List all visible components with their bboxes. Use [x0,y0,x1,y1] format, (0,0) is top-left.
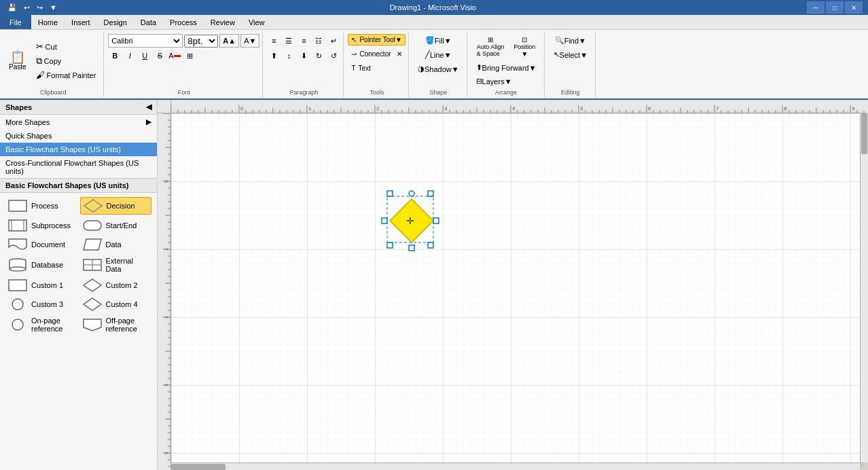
canvas-area[interactable]: ✛ [158,100,868,470]
align-right-btn[interactable]: ≡ [297,34,310,48]
shape-item-database[interactable]: Database [5,255,77,274]
copy-label: Copy [44,57,62,65]
shadow-label: Shadow [424,65,452,73]
shape-item-document[interactable]: Document [5,236,77,253]
shapes-grid: Process Decision Subprocess [0,193,157,338]
shape-item-custom1[interactable]: Custom 1 [5,277,77,293]
text-color-btn[interactable]: A [168,49,181,62]
minimize-btn[interactable]: ─ [807,1,825,14]
strikethrough-btn[interactable]: S [153,49,166,62]
arrange-items: ⊞ Auto Align& Space ⊡ Position ▼ ⬆ Bring… [471,34,541,88]
home-menu[interactable]: Home [31,15,65,29]
font-size-select[interactable]: 8pt. [184,35,218,48]
quick-shapes-nav[interactable]: Quick Shapes [0,129,157,143]
shape-item-decision[interactable]: Decision [80,197,152,215]
custom2-shape-icon [83,278,102,292]
shape-item-custom3[interactable]: Custom 3 [5,296,77,312]
offpage-label: Off-page reference [106,317,149,333]
shape-item-external-data[interactable]: External Data [80,255,152,274]
shape-item-subprocess[interactable]: Subprocess [5,217,77,234]
basic-flowchart-nav[interactable]: Basic Flowchart Shapes (US units) [0,143,157,156]
more-qa-btn[interactable]: ▼ [48,3,59,12]
format-painter-btn[interactable]: 🖌 Format Painter [31,69,101,82]
layers-btn[interactable]: ⊟ Layers ▼ [471,75,517,88]
shape-item-custom2[interactable]: Custom 2 [80,277,152,293]
shadow-btn[interactable]: ◑ Shadow ▼ [413,62,464,75]
shape-item-offpage[interactable]: Off-page reference [80,315,152,334]
file-menu[interactable]: File [0,15,31,29]
vertical-scrollbar[interactable] [860,113,868,463]
align-left-btn[interactable]: ≡ [267,34,281,48]
quick-access-toolbar[interactable]: 💾 ↩ ↪ ▼ [5,3,59,12]
editing-items: 🔍 Find ▼ ↖ Select ▼ [549,34,592,88]
process-menu[interactable]: Process [163,15,204,29]
font-expand-btn[interactable]: ⊞ [183,49,196,62]
connector-btn[interactable]: ⤻ Connector ✕ [348,48,405,60]
h-scroll-thumb[interactable] [171,464,225,470]
canvas-decision-shape[interactable]: ✛ [387,196,436,245]
text-tool-btn[interactable]: T Text [348,62,405,74]
line-btn[interactable]: ╱ Line ▼ [420,48,456,61]
underline-btn[interactable]: U [138,49,151,62]
undo-btn[interactable]: ↩ [22,3,32,12]
shrink-font-btn[interactable]: A▼ [240,34,259,48]
drawing-canvas[interactable]: ✛ [171,113,860,463]
shapes-collapse-icon[interactable]: ◀ [146,103,151,111]
close-btn[interactable]: ✕ [845,1,863,14]
review-menu[interactable]: Review [204,15,242,29]
shape-item-custom4[interactable]: Custom 4 [80,296,152,312]
valign-bot-btn[interactable]: ⬇ [297,49,310,62]
document-label: Document [31,240,65,249]
window-controls[interactable]: ─ □ ✕ [807,1,863,14]
cross-functional-nav[interactable]: Cross-Functional Flowchart Shapes (US un… [0,156,157,178]
quick-shapes-label: Quick Shapes [5,132,52,140]
shapes-header: Shapes ◀ [0,100,157,115]
font-family-select[interactable]: Calibri [108,34,183,48]
horizontal-scrollbar[interactable] [171,463,860,470]
onpage-shape-icon [8,318,27,331]
svg-rect-30 [382,218,387,223]
italic-btn[interactable]: I [123,49,137,62]
view-menu[interactable]: View [242,15,272,29]
pointer-tool-btn[interactable]: ↖ Pointer Tool ▼ [348,34,405,46]
paste-label: Paste [9,63,26,71]
copy-btn[interactable]: ⧉ Copy [31,54,101,67]
text-more-btn[interactable]: ↺ [327,49,340,62]
text-dir-btn[interactable]: ↻ [312,49,325,62]
redo-btn[interactable]: ↪ [35,3,45,12]
align-center-btn[interactable]: ☰ [282,34,295,48]
bold-btn[interactable]: B [108,49,122,62]
v-scroll-thumb[interactable] [861,113,867,154]
more-shapes-label: More Shapes [5,118,50,126]
valign-top-btn[interactable]: ⬆ [267,49,281,62]
custom1-shape-icon [8,278,27,292]
indent-btn[interactable]: ↵ [327,34,340,48]
find-btn[interactable]: 🔍 Find ▼ [550,34,591,47]
pointer-icon: ↖ [351,36,357,43]
shape-item-process[interactable]: Process [5,197,77,215]
shape-item-data[interactable]: Data [80,236,152,253]
list-btn[interactable]: ☷ [312,34,325,48]
position-btn[interactable]: ⊡ Position ▼ [510,34,539,60]
paste-icon: 📋 [10,51,25,63]
design-menu[interactable]: Design [97,15,134,29]
shape-item-startend[interactable]: Start/End [80,217,152,234]
paste-btn[interactable]: 📋 Paste [5,49,30,73]
select-label: Select [560,51,581,59]
grow-font-btn[interactable]: A▲ [219,34,239,48]
onpage-label: On-page reference [31,317,75,333]
more-shapes-nav[interactable]: More Shapes ▶ [0,115,157,129]
select-btn[interactable]: ↖ Select ▼ [549,48,592,61]
valign-mid-btn[interactable]: ↕ [282,49,295,62]
fill-btn[interactable]: 🪣 Fill ▼ [420,34,456,47]
bring-forward-btn[interactable]: ⬆ Bring Forward ▼ [471,61,541,74]
data-menu[interactable]: Data [134,15,163,29]
shape-item-onpage[interactable]: On-page reference [5,315,77,334]
maximize-btn[interactable]: □ [826,1,844,14]
font-label: Font [108,88,259,96]
auto-align-btn[interactable]: ⊞ Auto Align& Space [473,34,508,60]
insert-menu[interactable]: Insert [65,15,97,29]
cut-btn[interactable]: ✂ Cut [31,40,101,53]
save-btn[interactable]: 💾 [5,3,19,12]
svg-rect-22 [171,113,860,463]
